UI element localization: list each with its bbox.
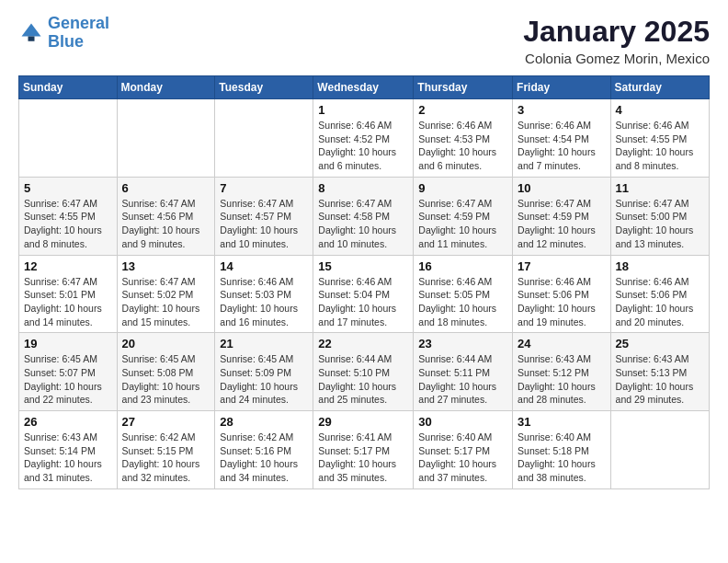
- calendar-cell: 26Sunrise: 6:43 AMSunset: 5:14 PMDayligh…: [19, 411, 118, 489]
- day-info: Sunrise: 6:47 AMSunset: 5:02 PMDaylight:…: [122, 275, 210, 329]
- calendar-cell: [215, 99, 313, 178]
- calendar-cell: 24Sunrise: 6:43 AMSunset: 5:12 PMDayligh…: [513, 333, 611, 411]
- calendar-cell: 4Sunrise: 6:46 AMSunset: 4:55 PMDaylight…: [610, 99, 709, 178]
- day-info: Sunrise: 6:46 AMSunset: 5:06 PMDaylight:…: [616, 275, 704, 329]
- calendar-cell: 19Sunrise: 6:45 AMSunset: 5:07 PMDayligh…: [19, 333, 118, 411]
- page: General Blue January 2025 Colonia Gomez …: [0, 0, 728, 563]
- day-info: Sunrise: 6:47 AMSunset: 4:59 PMDaylight:…: [418, 197, 507, 251]
- calendar-cell: [19, 99, 118, 178]
- day-number: 3: [518, 103, 606, 117]
- header: General Blue January 2025 Colonia Gomez …: [18, 15, 710, 66]
- calendar-cell: 9Sunrise: 6:47 AMSunset: 4:59 PMDaylight…: [414, 177, 513, 255]
- day-info: Sunrise: 6:46 AMSunset: 5:04 PMDaylight:…: [318, 275, 408, 329]
- svg-rect-1: [28, 36, 35, 40]
- day-number: 6: [122, 181, 210, 195]
- day-number: 29: [318, 415, 408, 429]
- col-monday: Monday: [117, 76, 215, 99]
- day-number: 30: [418, 415, 507, 429]
- logo: General Blue: [18, 15, 109, 52]
- day-number: 4: [616, 103, 704, 117]
- calendar-cell: 27Sunrise: 6:42 AMSunset: 5:15 PMDayligh…: [117, 411, 215, 489]
- logo-line2: Blue: [48, 32, 84, 51]
- calendar-cell: 29Sunrise: 6:41 AMSunset: 5:17 PMDayligh…: [313, 411, 414, 489]
- day-number: 15: [318, 259, 408, 273]
- calendar-cell: 10Sunrise: 6:47 AMSunset: 4:59 PMDayligh…: [513, 177, 611, 255]
- day-info: Sunrise: 6:41 AMSunset: 5:17 PMDaylight:…: [318, 431, 408, 485]
- day-number: 11: [616, 181, 704, 195]
- day-info: Sunrise: 6:40 AMSunset: 5:18 PMDaylight:…: [518, 431, 606, 485]
- logo-text: General Blue: [48, 15, 109, 52]
- day-number: 7: [220, 181, 308, 195]
- day-number: 12: [24, 259, 112, 273]
- day-number: 21: [220, 337, 308, 350]
- calendar-cell: 20Sunrise: 6:45 AMSunset: 5:08 PMDayligh…: [117, 333, 215, 411]
- calendar-cell: 1Sunrise: 6:46 AMSunset: 4:52 PMDaylight…: [313, 99, 414, 178]
- calendar-cell: 17Sunrise: 6:46 AMSunset: 5:06 PMDayligh…: [513, 255, 611, 333]
- day-info: Sunrise: 6:40 AMSunset: 5:17 PMDaylight:…: [418, 431, 507, 485]
- calendar-cell: 25Sunrise: 6:43 AMSunset: 5:13 PMDayligh…: [610, 333, 709, 411]
- month-title: January 2025: [523, 15, 710, 49]
- calendar-body: 1Sunrise: 6:46 AMSunset: 4:52 PMDaylight…: [19, 99, 710, 489]
- day-info: Sunrise: 6:42 AMSunset: 5:15 PMDaylight:…: [122, 431, 210, 485]
- day-number: 5: [24, 181, 112, 195]
- calendar-cell: 15Sunrise: 6:46 AMSunset: 5:04 PMDayligh…: [313, 255, 414, 333]
- day-number: 19: [24, 337, 112, 350]
- col-tuesday: Tuesday: [215, 76, 313, 99]
- day-info: Sunrise: 6:45 AMSunset: 5:08 PMDaylight:…: [122, 352, 210, 407]
- day-info: Sunrise: 6:43 AMSunset: 5:13 PMDaylight:…: [616, 352, 704, 407]
- title-block: January 2025 Colonia Gomez Morin, Mexico: [523, 15, 710, 66]
- day-number: 23: [418, 337, 507, 350]
- day-info: Sunrise: 6:46 AMSunset: 5:05 PMDaylight:…: [418, 275, 507, 329]
- day-number: 25: [616, 337, 704, 350]
- day-number: 16: [418, 259, 507, 273]
- day-number: 18: [616, 259, 704, 273]
- svg-marker-0: [22, 23, 41, 36]
- calendar-week-row: 12Sunrise: 6:47 AMSunset: 5:01 PMDayligh…: [19, 255, 710, 333]
- day-info: Sunrise: 6:47 AMSunset: 5:00 PMDaylight:…: [616, 197, 704, 251]
- calendar-week-row: 19Sunrise: 6:45 AMSunset: 5:07 PMDayligh…: [19, 333, 710, 411]
- day-info: Sunrise: 6:44 AMSunset: 5:10 PMDaylight:…: [318, 352, 408, 407]
- day-info: Sunrise: 6:46 AMSunset: 4:52 PMDaylight:…: [318, 119, 408, 173]
- logo-icon: [18, 20, 44, 46]
- day-number: 8: [318, 181, 408, 195]
- day-info: Sunrise: 6:45 AMSunset: 5:07 PMDaylight:…: [24, 352, 112, 407]
- day-info: Sunrise: 6:44 AMSunset: 5:11 PMDaylight:…: [418, 352, 507, 407]
- calendar-header: Sunday Monday Tuesday Wednesday Thursday…: [19, 76, 710, 99]
- calendar-cell: 18Sunrise: 6:46 AMSunset: 5:06 PMDayligh…: [610, 255, 709, 333]
- day-info: Sunrise: 6:47 AMSunset: 4:57 PMDaylight:…: [220, 197, 308, 251]
- col-thursday: Thursday: [414, 76, 513, 99]
- day-info: Sunrise: 6:43 AMSunset: 5:14 PMDaylight:…: [24, 431, 112, 485]
- calendar-cell: 31Sunrise: 6:40 AMSunset: 5:18 PMDayligh…: [513, 411, 611, 489]
- calendar-cell: 7Sunrise: 6:47 AMSunset: 4:57 PMDaylight…: [215, 177, 313, 255]
- col-saturday: Saturday: [610, 76, 709, 99]
- day-number: 9: [418, 181, 507, 195]
- col-wednesday: Wednesday: [313, 76, 414, 99]
- calendar-cell: 22Sunrise: 6:44 AMSunset: 5:10 PMDayligh…: [313, 333, 414, 411]
- day-info: Sunrise: 6:42 AMSunset: 5:16 PMDaylight:…: [220, 431, 308, 485]
- calendar-cell: 14Sunrise: 6:46 AMSunset: 5:03 PMDayligh…: [215, 255, 313, 333]
- subtitle: Colonia Gomez Morin, Mexico: [523, 51, 710, 66]
- day-number: 14: [220, 259, 308, 273]
- day-number: 1: [318, 103, 408, 117]
- day-number: 17: [518, 259, 606, 273]
- calendar-cell: 13Sunrise: 6:47 AMSunset: 5:02 PMDayligh…: [117, 255, 215, 333]
- day-info: Sunrise: 6:43 AMSunset: 5:12 PMDaylight:…: [518, 352, 606, 407]
- logo-line1: General: [48, 14, 109, 32]
- calendar-cell: 30Sunrise: 6:40 AMSunset: 5:17 PMDayligh…: [414, 411, 513, 489]
- calendar-cell: 12Sunrise: 6:47 AMSunset: 5:01 PMDayligh…: [19, 255, 118, 333]
- day-info: Sunrise: 6:45 AMSunset: 5:09 PMDaylight:…: [220, 352, 308, 407]
- day-info: Sunrise: 6:47 AMSunset: 4:58 PMDaylight:…: [318, 197, 408, 251]
- day-number: 24: [518, 337, 606, 350]
- day-info: Sunrise: 6:47 AMSunset: 4:56 PMDaylight:…: [122, 197, 210, 251]
- header-row: Sunday Monday Tuesday Wednesday Thursday…: [19, 76, 710, 99]
- calendar-week-row: 5Sunrise: 6:47 AMSunset: 4:55 PMDaylight…: [19, 177, 710, 255]
- calendar-cell: 28Sunrise: 6:42 AMSunset: 5:16 PMDayligh…: [215, 411, 313, 489]
- calendar-cell: 21Sunrise: 6:45 AMSunset: 5:09 PMDayligh…: [215, 333, 313, 411]
- calendar-cell: 2Sunrise: 6:46 AMSunset: 4:53 PMDaylight…: [414, 99, 513, 178]
- calendar-cell: 23Sunrise: 6:44 AMSunset: 5:11 PMDayligh…: [414, 333, 513, 411]
- day-number: 31: [518, 415, 606, 429]
- day-number: 13: [122, 259, 210, 273]
- day-info: Sunrise: 6:47 AMSunset: 4:59 PMDaylight:…: [518, 197, 606, 251]
- calendar-week-row: 26Sunrise: 6:43 AMSunset: 5:14 PMDayligh…: [19, 411, 710, 489]
- calendar-cell: [117, 99, 215, 178]
